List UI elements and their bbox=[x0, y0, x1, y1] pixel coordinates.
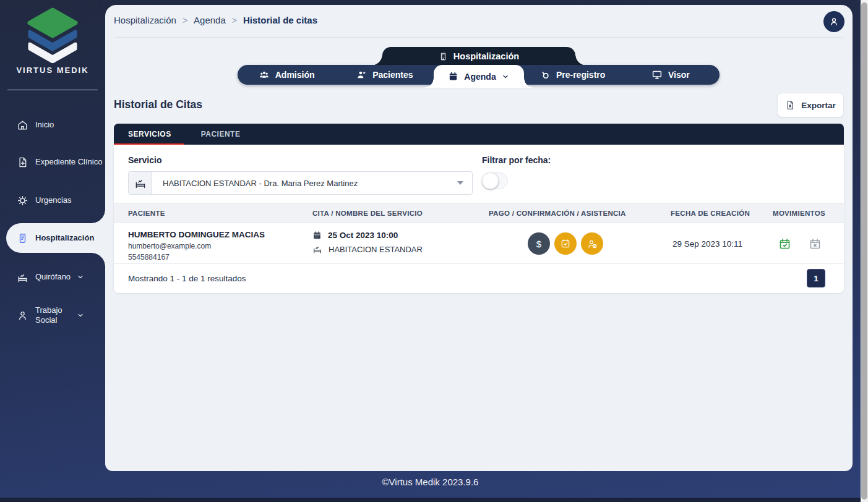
sidebar: VIRTUS MEDIK Inicio Expediente Clínico bbox=[0, 0, 105, 502]
appointment-datetime: 25 Oct 2023 10:00 bbox=[328, 231, 398, 240]
table-row: HUMBERTO DOMINGUEZ MACIAS humberto@examp… bbox=[114, 224, 844, 264]
appointment-cell: 25 Oct 2023 10:00 HABITACION ESTANDAR bbox=[298, 224, 475, 263]
patient-name: HUMBERTO DOMINGUEZ MACIAS bbox=[128, 230, 298, 239]
calendar-check-icon bbox=[560, 238, 571, 249]
person-plus-icon bbox=[356, 69, 367, 80]
tab-pacientes[interactable]: Pacientes bbox=[335, 65, 433, 85]
tab-visor[interactable]: Visor bbox=[622, 65, 720, 85]
app-window: VIRTUS MEDIK Inicio Expediente Clínico bbox=[0, 0, 868, 502]
page-1-button[interactable]: 1 bbox=[807, 269, 825, 287]
surgery-bed-icon bbox=[17, 271, 28, 283]
clipboard-icon bbox=[17, 232, 28, 244]
bed-icon bbox=[129, 172, 152, 194]
chevron-down-icon bbox=[77, 312, 84, 319]
col-paciente: PACIENTE bbox=[114, 210, 298, 217]
status-cell: $ bbox=[475, 224, 656, 263]
sidebar-item-inicio[interactable]: Inicio bbox=[0, 114, 105, 135]
service-select-value: HABITACION ESTANDAR - Dra. Maria Perez M… bbox=[152, 179, 457, 188]
header-divider bbox=[115, 37, 843, 38]
service-label: Servicio bbox=[128, 155, 161, 165]
col-cita-servicio: CITA / NOMBRE DEL SERVICIO bbox=[298, 210, 475, 217]
module-tab-hospitalizacion[interactable]: Hospitalización bbox=[382, 47, 575, 66]
user-avatar[interactable] bbox=[823, 11, 844, 32]
tab-servicios[interactable]: SERVICIOS bbox=[128, 130, 171, 138]
monitor-icon bbox=[651, 69, 663, 80]
person-search-icon bbox=[540, 70, 551, 80]
calendar-check-icon[interactable] bbox=[778, 237, 791, 250]
movements-cell bbox=[758, 224, 844, 263]
dollar-icon: $ bbox=[536, 239, 541, 249]
chevron-down-icon bbox=[77, 273, 84, 281]
results-summary: Mostrando 1 - 1 de 1 resultados bbox=[114, 274, 246, 283]
brand-logo-icon bbox=[20, 7, 85, 63]
calendar-icon bbox=[448, 71, 458, 82]
bottom-strip bbox=[0, 498, 868, 502]
breadcrumb-agenda[interactable]: Agenda bbox=[194, 15, 226, 25]
tab-paciente[interactable]: PACIENTE bbox=[201, 130, 241, 138]
breadcrumb-separator: > bbox=[232, 15, 237, 25]
date-filter-label: Filtrar por fecha: bbox=[482, 155, 551, 165]
patient-phone: 5545884167 bbox=[128, 253, 298, 262]
col-movimientos: MOVIMIENTOS bbox=[758, 210, 844, 217]
sidebar-item-quirofano[interactable]: Quirófano bbox=[0, 266, 105, 287]
calendar-icon bbox=[312, 231, 322, 240]
sidebar-item-urgencias[interactable]: Urgencias bbox=[0, 190, 105, 211]
person-icon bbox=[17, 310, 28, 321]
brand-name: VIRTUS MEDIK bbox=[0, 66, 105, 75]
breadcrumb-hospitalizacion[interactable]: Hospitalización bbox=[114, 15, 176, 25]
footer-version: ©Virtus Medik 2023.9.6 bbox=[0, 477, 861, 487]
building-icon bbox=[439, 52, 448, 61]
caret-down-icon bbox=[457, 181, 463, 185]
payment-status-button[interactable]: $ bbox=[528, 232, 550, 255]
breadcrumb-current: Historial de citas bbox=[243, 15, 317, 25]
tab-admision[interactable]: Admisión bbox=[238, 65, 335, 85]
col-fecha-creacion: FECHA DE CREACIÓN bbox=[656, 210, 758, 217]
table-header: PACIENTE CITA / NOMBRE DEL SERVICIO PAGO… bbox=[114, 203, 844, 223]
date-filter-toggle[interactable] bbox=[482, 172, 508, 189]
attendance-status-button[interactable] bbox=[581, 232, 603, 255]
panel-body: Servicio HABITACION ESTANDAR - Dra. Mari… bbox=[114, 145, 844, 293]
service-select[interactable]: HABITACION ESTANDAR - Dra. Maria Perez M… bbox=[128, 171, 473, 195]
home-icon bbox=[17, 119, 28, 131]
export-button[interactable]: Exportar bbox=[777, 93, 844, 117]
breadcrumb-separator: > bbox=[183, 15, 187, 25]
file-plus-icon bbox=[17, 156, 28, 168]
tab-agenda[interactable]: Agenda bbox=[434, 65, 524, 88]
module-nav-bar: Admisión Pacientes Agenda bbox=[238, 65, 720, 85]
sidebar-item-expediente-clinico[interactable]: Expediente Clínico bbox=[0, 151, 105, 172]
chevron-down-icon bbox=[502, 73, 509, 80]
patient-email: humberto@example.com bbox=[128, 242, 298, 250]
col-pago-confirmacion-asistencia: PAGO / CONFIRMACIÓN / ASISTENCIA bbox=[475, 210, 656, 217]
scrollbar-thumb[interactable] bbox=[861, 2, 867, 500]
confirmation-status-button[interactable] bbox=[554, 232, 577, 255]
patient-cell: HUMBERTO DOMINGUEZ MACIAS humberto@examp… bbox=[114, 224, 298, 263]
sidebar-divider bbox=[7, 90, 98, 90]
excel-file-icon bbox=[785, 100, 795, 110]
scrollbar-track bbox=[861, 0, 868, 502]
people-icon bbox=[259, 69, 270, 80]
service-name: HABITACION ESTANDAR bbox=[329, 245, 423, 254]
virus-icon bbox=[17, 195, 28, 206]
sidebar-item-trabajo-social[interactable]: Trabajo Social bbox=[0, 301, 105, 330]
created-at: 29 Sep 2023 10:11 bbox=[656, 224, 758, 263]
page-title: Historial de Citas bbox=[114, 98, 202, 111]
toggle-knob bbox=[482, 172, 499, 189]
breadcrumb: Hospitalización > Agenda > Historial de … bbox=[114, 15, 317, 25]
pagination: Mostrando 1 - 1 de 1 resultados 1 bbox=[114, 264, 844, 293]
bed-icon bbox=[312, 244, 322, 254]
panel-tab-bar: SERVICIOS PACIENTE bbox=[114, 124, 844, 145]
person-check-icon bbox=[587, 238, 598, 250]
tab-pre-registro[interactable]: Pre-registro bbox=[524, 65, 622, 85]
sidebar-item-hospitalizacion[interactable]: Hospitalización bbox=[6, 223, 105, 253]
calendar-x-icon[interactable] bbox=[809, 237, 822, 250]
